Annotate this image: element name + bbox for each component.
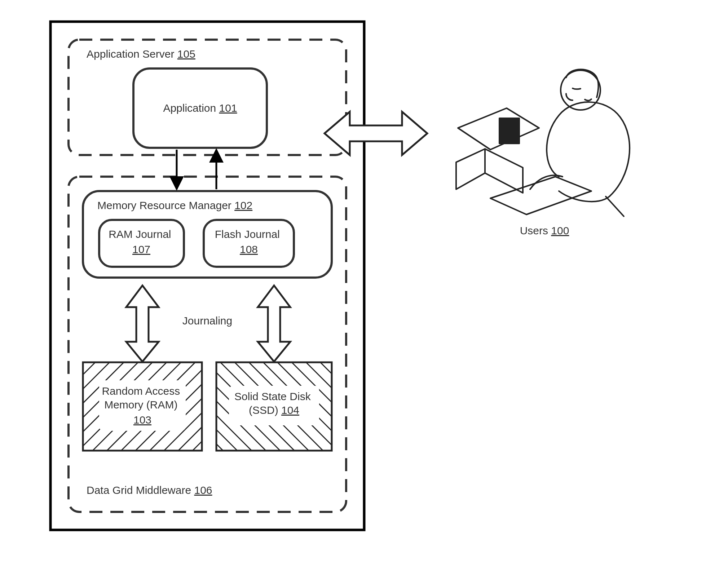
app-server-label: Application Server 105	[87, 48, 195, 60]
ram-box: Random Access Memory (RAM) 103	[83, 362, 202, 451]
mrm-label: Memory Resource Manager 102	[97, 199, 252, 211]
application-label: Application 101	[163, 102, 237, 114]
double-arrow-ssd	[258, 286, 290, 362]
users-label: Users 100	[520, 225, 569, 236]
user-illustration	[456, 70, 630, 217]
svg-rect-8	[499, 118, 519, 143]
middleware-label: Data Grid Middleware 106	[87, 484, 212, 496]
journaling-label: Journaling	[182, 315, 232, 327]
double-arrow-ram	[126, 286, 159, 362]
double-arrow-users	[325, 112, 427, 155]
ssd-box: Solid State Disk (SSD) 104	[216, 362, 332, 451]
